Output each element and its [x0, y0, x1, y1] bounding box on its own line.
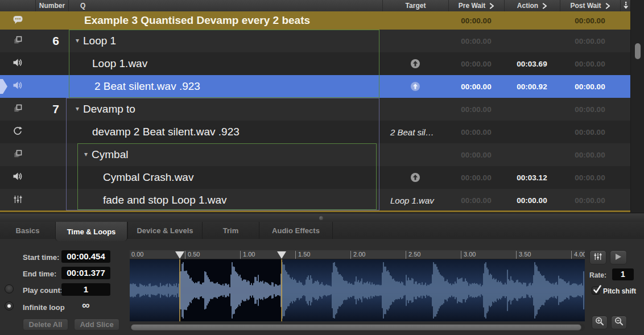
cue-list: Number Q Target Pre Wait Action Post Wai… [0, 0, 644, 213]
delete-all-button[interactable]: Delete All [23, 319, 68, 330]
cue-name: Devamp to [83, 103, 135, 115]
tab-label: Device & Levels [137, 226, 193, 235]
cue-row-devamp[interactable]: devamp 2 Beat silent.wav .923 2 Beat sil… [0, 121, 630, 143]
zoom-in-button[interactable] [592, 316, 608, 329]
play-count-label: Play count: [23, 286, 63, 295]
cue-row-audio-selected[interactable]: 2 Beat silent.wav .923 00:00.00 00:00.92… [0, 75, 630, 98]
cue-name: devamp 2 Beat silent.wav .923 [92, 126, 240, 138]
pre-wait-value: 00:00.00 [448, 105, 504, 114]
post-wait-column-header[interactable]: Post Wait [560, 0, 620, 11]
fade-sliders-icon [13, 195, 23, 206]
speaker-icon [12, 172, 23, 183]
splitter-handle-dot[interactable] [319, 216, 323, 220]
action-value: 00:00.00 [504, 196, 560, 205]
pitch-shift-label: Pitch shift [603, 287, 636, 295]
tab-time-loops[interactable]: Time & Loops [55, 222, 127, 241]
panel-splitter[interactable] [0, 213, 644, 222]
sliders-icon [593, 252, 602, 263]
cue-name: Loop 1 [83, 35, 116, 47]
preview-play-button[interactable] [610, 250, 627, 264]
pre-wait-value: 00:00.00 [448, 128, 504, 137]
post-wait-value: 00:00.00 [560, 82, 620, 91]
cue-number: 7 [35, 102, 68, 116]
tab-label: Trim [223, 226, 238, 235]
zoom-out-button[interactable] [611, 316, 627, 329]
waveform-hscrollbar-thumb[interactable] [131, 324, 581, 330]
cue-name: Cymbal [92, 148, 128, 161]
cue-number: 6 [35, 34, 68, 48]
pre-wait-column-header[interactable]: Pre Wait [448, 0, 504, 11]
cue-row-fade[interactable]: fade and stop Loop 1.wav Loop 1.wav 00:0… [0, 189, 630, 212]
tab-label: Basics [16, 226, 40, 235]
playhead-icon [0, 79, 8, 96]
audition-levels-button[interactable] [589, 250, 606, 264]
action-header-label: Action [517, 2, 538, 10]
post-wait-header-label: Post Wait [570, 2, 601, 10]
restart-circular-arrow-icon [13, 126, 23, 138]
tab-basics[interactable]: Basics [0, 222, 55, 239]
add-slice-button[interactable]: Add Slice [74, 319, 119, 330]
pre-wait-value: 00:00.00 [448, 173, 504, 182]
cue-name: Loop 1.wav [92, 57, 147, 70]
start-time-field[interactable]: 00:00.454 [61, 250, 110, 263]
waveform-panel: 0.000.501.001.502.002.503.003.504.00 [130, 250, 585, 333]
play-icon [615, 253, 622, 263]
post-wait-value: 00:00.00 [560, 196, 620, 205]
q-column-header[interactable]: Q [68, 0, 382, 11]
pre-wait-value: 00:00.00 [448, 196, 504, 205]
target-column-header[interactable]: Target [382, 0, 448, 11]
disclosure-triangle-icon[interactable]: ▾ [76, 36, 79, 44]
target-header-label: Target [406, 2, 426, 10]
play-count-field[interactable]: 1 [61, 283, 110, 296]
tab-device-levels[interactable]: Device & Levels [127, 222, 202, 239]
waveform-hscrollbar[interactable] [130, 324, 585, 331]
vertical-scrollbar-thumb[interactable] [635, 43, 641, 59]
pre-wait-header-label: Pre Wait [459, 2, 486, 10]
pre-wait-value: 00:00.00 [448, 151, 504, 159]
cue-list-header: Number Q Target Pre Wait Action Post Wai… [0, 0, 644, 12]
rate-label: Rate: [589, 271, 606, 279]
end-time-field[interactable]: 00:01.377 [61, 267, 110, 279]
cue-row-group[interactable]: ▾Cymbal 00:00.00 00:00.00 [0, 143, 630, 166]
tab-audio-effects[interactable]: Audio Effects [259, 222, 333, 239]
disclosure-triangle-icon[interactable]: ▾ [76, 105, 79, 113]
number-header-label: Number [39, 2, 65, 10]
target-up-arrow-icon[interactable] [410, 59, 420, 69]
cue-row-group[interactable]: 6 ▾Loop 1 00:00.00 00:00.00 [0, 30, 630, 52]
waveform-ruler[interactable]: 0.000.501.001.502.002.503.003.504.00 [130, 250, 585, 259]
target-up-arrow-icon[interactable] [410, 172, 420, 183]
pitch-shift-checkbox[interactable] [592, 287, 600, 295]
post-wait-value: 00:00.00 [560, 60, 620, 68]
cue-row-memo[interactable]: Example 3 Quantised Devamp every 2 beats… [0, 11, 630, 30]
target-up-arrow-icon[interactable] [410, 81, 420, 92]
qlab-window: Number Q Target Pre Wait Action Post Wai… [0, 0, 644, 335]
action-column-header[interactable]: Action [504, 0, 560, 11]
post-wait-value: 00:00.00 [560, 105, 620, 114]
pre-wait-value: 00:00.00 [448, 60, 504, 68]
ruler-tick-label: 4.00 [571, 251, 585, 259]
ruler-tick-label: 2.50 [406, 251, 420, 259]
ruler-tick-label: 3.50 [516, 251, 531, 259]
waveform-display[interactable] [130, 259, 585, 321]
pre-wait-value: 00:00.00 [448, 16, 504, 25]
cue-row-audio[interactable]: Cymbal Crash.wav 00:00.00 00:03.12 00:00… [0, 166, 630, 189]
target-value: 2 Beat sil… [390, 127, 434, 137]
rate-field[interactable]: 1 [612, 268, 634, 280]
status-column-header[interactable] [0, 0, 35, 11]
loop-end-handle[interactable] [277, 251, 286, 259]
loop-start-handle[interactable] [175, 251, 184, 259]
number-column-header[interactable]: Number [35, 0, 68, 11]
cue-row-group[interactable]: 7 ▾Devamp to 00:00.00 00:00.00 [0, 98, 630, 121]
continue-column-header[interactable] [620, 0, 630, 11]
action-value: 00:03.12 [504, 173, 560, 182]
infinite-loop-radio[interactable] [5, 301, 14, 311]
cue-row-audio[interactable]: Loop 1.wav 00:00.00 00:03.69 00:00.00 [0, 52, 630, 75]
tab-trim[interactable]: Trim [202, 222, 259, 239]
post-wait-value: 00:00.00 [560, 16, 620, 25]
play-count-radio[interactable] [5, 284, 14, 293]
cue-name: fade and stop Loop 1.wav [103, 194, 227, 206]
chevron-right-icon [542, 3, 547, 9]
inspector-tab-bar: Basics Time & Loops Device & Levels Trim… [0, 222, 644, 239]
vertical-scrollbar[interactable] [630, 0, 644, 213]
disclosure-triangle-icon[interactable]: ▾ [84, 150, 88, 158]
